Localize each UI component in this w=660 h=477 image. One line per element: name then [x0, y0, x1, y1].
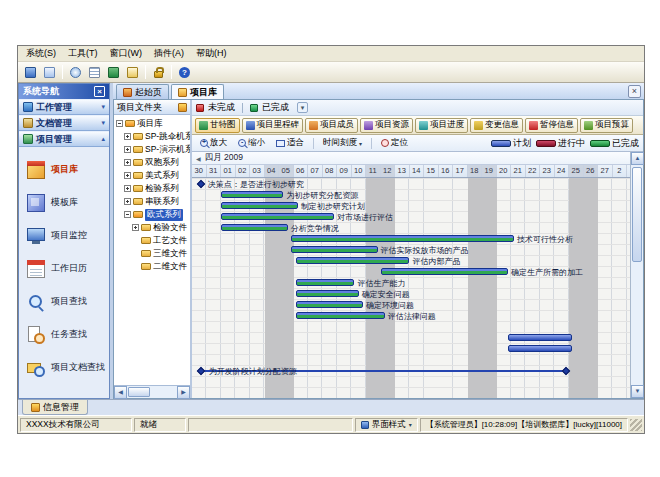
tree-item[interactable]: 项目库 — [115, 117, 190, 130]
view-tab-members[interactable]: 项目成员 — [305, 118, 358, 133]
help-button[interactable]: ? — [176, 64, 193, 81]
task-bar[interactable] — [381, 268, 509, 275]
nav-item-project-monitor[interactable]: 项目监控 — [19, 219, 109, 252]
task-bar[interactable] — [296, 312, 384, 319]
collapse-icon[interactable] — [116, 120, 123, 127]
chart-button[interactable] — [105, 64, 122, 81]
resize-grip[interactable] — [630, 419, 642, 431]
milestone-marker[interactable] — [196, 367, 204, 375]
mail-button[interactable] — [124, 64, 141, 81]
chevron-down-icon[interactable]: ▾ — [297, 102, 308, 113]
fit-button[interactable]: 适合 — [272, 136, 308, 150]
tree-hscroll-thumb[interactable] — [128, 387, 150, 397]
tab-project-library[interactable]: 项目库 — [171, 84, 224, 99]
tree-item[interactable]: 串联系列 — [115, 195, 190, 208]
task-bar[interactable] — [508, 345, 572, 352]
tree-item[interactable]: SP-跳伞机系 — [115, 130, 190, 143]
tree-item[interactable]: 检验系列 — [115, 182, 190, 195]
nav-section-work-management[interactable]: 工作管理▾ — [19, 99, 109, 115]
menu-item-5[interactable]: 帮助(H) — [190, 46, 233, 61]
nav-item-task-search[interactable]: 任务查找 — [19, 318, 109, 351]
vscroll-thumb[interactable] — [632, 167, 642, 262]
task-bar[interactable] — [221, 224, 288, 231]
tree-item[interactable]: 美式系列 — [115, 169, 190, 182]
view-tab-progress[interactable]: 项目进度 — [415, 118, 468, 133]
nav-item-project-search[interactable]: 项目查找 — [19, 285, 109, 318]
menu-item-3[interactable]: 窗口(W) — [104, 46, 149, 61]
tree-item[interactable]: 检验文件 — [115, 221, 190, 234]
task-bar[interactable] — [296, 279, 354, 286]
task-bar[interactable] — [508, 334, 572, 341]
tree-item[interactable]: 工艺文件 — [115, 234, 190, 247]
task-bar[interactable] — [296, 290, 358, 297]
tree-item[interactable]: SP-演示机系 — [115, 143, 190, 156]
expand-icon[interactable] — [132, 224, 139, 231]
tree-hscrollbar[interactable]: ◀ ▶ — [114, 385, 190, 398]
view-tab-pauses[interactable]: 暂停信息 — [525, 118, 578, 133]
task-bar[interactable] — [221, 213, 334, 220]
task-bar[interactable] — [221, 202, 298, 209]
task-bar[interactable] — [291, 235, 514, 242]
tree-hscroll-track[interactable] — [127, 386, 177, 398]
view-tab-milestones[interactable]: 项目里程碑 — [242, 118, 304, 133]
expand-icon[interactable] — [124, 185, 131, 192]
milestone-marker[interactable] — [196, 180, 204, 188]
nav-item-project-doc-search[interactable]: 项目文档查找 — [19, 351, 109, 384]
expand-icon[interactable] — [124, 146, 131, 153]
members-icon — [309, 121, 318, 130]
view-tab-gantt[interactable]: 甘特图 — [195, 118, 240, 133]
home-icon — [123, 88, 132, 97]
tree-item[interactable]: 三维文件 — [115, 247, 190, 260]
unfinished-filter[interactable]: 未完成 — [208, 101, 235, 114]
scroll-up-icon[interactable]: ▲ — [631, 152, 644, 165]
style-selector[interactable]: 界面样式 ▾ — [355, 418, 418, 432]
tab-close-button[interactable]: × — [628, 85, 641, 98]
expand-icon[interactable] — [124, 159, 131, 166]
view-tab-changes[interactable]: 变更信息 — [470, 118, 523, 133]
view-tab-resources[interactable]: 项目资源 — [360, 118, 413, 133]
lock-button[interactable] — [150, 64, 167, 81]
tree-item[interactable]: 欧式系列 — [115, 208, 190, 221]
gantt-vscrollbar[interactable]: ▲ ▼ — [630, 152, 643, 398]
nav-item-project-library[interactable]: 项目库 — [19, 153, 109, 186]
nav-section-document-management[interactable]: 文档管理▾ — [19, 115, 109, 131]
collapse-icon[interactable] — [124, 211, 131, 218]
task-bar[interactable] — [291, 246, 378, 253]
zoom-out-button[interactable]: 缩小 — [234, 136, 269, 150]
task-bar[interactable] — [296, 257, 409, 264]
task-bar[interactable] — [221, 191, 283, 198]
tree-item[interactable]: 二维文件 — [115, 260, 190, 273]
vscroll-track[interactable] — [631, 165, 643, 385]
expand-icon[interactable] — [124, 133, 131, 140]
tree-item-label: SP-演示机系 — [145, 144, 190, 156]
expand-icon[interactable] — [124, 172, 131, 179]
zoom-in-button[interactable]: 放大 — [196, 136, 231, 150]
close-icon[interactable]: × — [94, 86, 105, 97]
task-bar[interactable] — [296, 301, 363, 308]
locate-button[interactable]: 定位 — [377, 136, 412, 150]
finished-filter[interactable]: 已完成 — [262, 101, 289, 114]
clock-button[interactable] — [67, 64, 84, 81]
scroll-left-icon[interactable]: ◀ — [114, 386, 127, 399]
scroll-right-icon[interactable]: ▶ — [177, 386, 190, 399]
tab-start-page[interactable]: 起始页 — [116, 84, 169, 99]
menu-item-4[interactable]: 插件(A) — [148, 46, 190, 61]
nav-item-work-calendar[interactable]: 工作日历 — [19, 252, 109, 285]
menu-item-2[interactable]: 工具(T) — [62, 46, 104, 61]
nav-item-label: 项目查找 — [51, 295, 87, 308]
view-tab-budget[interactable]: 项目预算 — [580, 118, 633, 133]
info-management-tab[interactable]: 信息管理 — [22, 400, 88, 415]
computer-button[interactable] — [22, 64, 39, 81]
company-segment: XXXX技术有限公司 — [20, 418, 132, 432]
time-scale-button[interactable]: 时间刻度▾ — [319, 136, 366, 150]
scroll-left-icon[interactable]: ◀ — [196, 155, 201, 162]
nav-item-template-library[interactable]: 模板库 — [19, 186, 109, 219]
nav-section-project-management[interactable]: 项目管理▴ — [19, 131, 109, 147]
scroll-down-icon[interactable]: ▼ — [631, 385, 644, 398]
window-button[interactable] — [41, 64, 58, 81]
report-button[interactable] — [86, 64, 103, 81]
pin-icon[interactable] — [178, 103, 187, 112]
expand-icon[interactable] — [124, 198, 131, 205]
tree-item[interactable]: 双胞系列 — [115, 156, 190, 169]
menu-item-1[interactable]: 系统(S) — [20, 46, 62, 61]
